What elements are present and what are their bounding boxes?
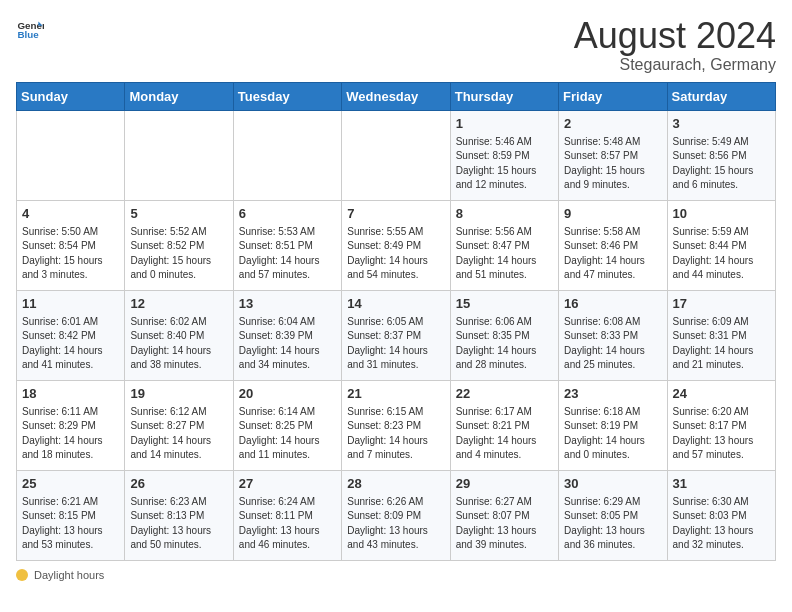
- calendar-cell: 25Sunrise: 6:21 AM Sunset: 8:15 PM Dayli…: [17, 470, 125, 560]
- calendar-cell: 3Sunrise: 5:49 AM Sunset: 8:56 PM Daylig…: [667, 110, 775, 200]
- calendar-cell: 13Sunrise: 6:04 AM Sunset: 8:39 PM Dayli…: [233, 290, 341, 380]
- day-info: Sunrise: 6:29 AM Sunset: 8:05 PM Dayligh…: [564, 495, 661, 553]
- day-number: 28: [347, 475, 444, 493]
- calendar-cell: 15Sunrise: 6:06 AM Sunset: 8:35 PM Dayli…: [450, 290, 558, 380]
- calendar-cell: [233, 110, 341, 200]
- location-subtitle: Stegaurach, Germany: [574, 56, 776, 74]
- day-number: 21: [347, 385, 444, 403]
- calendar-cell: 31Sunrise: 6:30 AM Sunset: 8:03 PM Dayli…: [667, 470, 775, 560]
- logo: General Blue: [16, 16, 44, 44]
- day-number: 20: [239, 385, 336, 403]
- calendar-cell: 10Sunrise: 5:59 AM Sunset: 8:44 PM Dayli…: [667, 200, 775, 290]
- day-number: 29: [456, 475, 553, 493]
- day-info: Sunrise: 5:58 AM Sunset: 8:46 PM Dayligh…: [564, 225, 661, 283]
- calendar-cell: [125, 110, 233, 200]
- day-number: 19: [130, 385, 227, 403]
- day-number: 3: [673, 115, 770, 133]
- day-number: 15: [456, 295, 553, 313]
- day-number: 8: [456, 205, 553, 223]
- day-number: 27: [239, 475, 336, 493]
- calendar-cell: 11Sunrise: 6:01 AM Sunset: 8:42 PM Dayli…: [17, 290, 125, 380]
- calendar-cell: 26Sunrise: 6:23 AM Sunset: 8:13 PM Dayli…: [125, 470, 233, 560]
- calendar-cell: 21Sunrise: 6:15 AM Sunset: 8:23 PM Dayli…: [342, 380, 450, 470]
- calendar-cell: 8Sunrise: 5:56 AM Sunset: 8:47 PM Daylig…: [450, 200, 558, 290]
- weekday-header-thursday: Thursday: [450, 82, 558, 110]
- day-info: Sunrise: 5:55 AM Sunset: 8:49 PM Dayligh…: [347, 225, 444, 283]
- day-info: Sunrise: 6:06 AM Sunset: 8:35 PM Dayligh…: [456, 315, 553, 373]
- day-number: 30: [564, 475, 661, 493]
- day-info: Sunrise: 6:20 AM Sunset: 8:17 PM Dayligh…: [673, 405, 770, 463]
- day-number: 22: [456, 385, 553, 403]
- weekday-header-sunday: Sunday: [17, 82, 125, 110]
- day-info: Sunrise: 6:12 AM Sunset: 8:27 PM Dayligh…: [130, 405, 227, 463]
- day-info: Sunrise: 6:01 AM Sunset: 8:42 PM Dayligh…: [22, 315, 119, 373]
- calendar-cell: 4Sunrise: 5:50 AM Sunset: 8:54 PM Daylig…: [17, 200, 125, 290]
- day-number: 10: [673, 205, 770, 223]
- day-info: Sunrise: 5:52 AM Sunset: 8:52 PM Dayligh…: [130, 225, 227, 283]
- day-info: Sunrise: 6:14 AM Sunset: 8:25 PM Dayligh…: [239, 405, 336, 463]
- calendar-cell: 17Sunrise: 6:09 AM Sunset: 8:31 PM Dayli…: [667, 290, 775, 380]
- day-info: Sunrise: 6:11 AM Sunset: 8:29 PM Dayligh…: [22, 405, 119, 463]
- day-info: Sunrise: 5:59 AM Sunset: 8:44 PM Dayligh…: [673, 225, 770, 283]
- day-info: Sunrise: 6:08 AM Sunset: 8:33 PM Dayligh…: [564, 315, 661, 373]
- day-info: Sunrise: 6:09 AM Sunset: 8:31 PM Dayligh…: [673, 315, 770, 373]
- calendar-cell: 5Sunrise: 5:52 AM Sunset: 8:52 PM Daylig…: [125, 200, 233, 290]
- day-number: 6: [239, 205, 336, 223]
- calendar-week-row: 1Sunrise: 5:46 AM Sunset: 8:59 PM Daylig…: [17, 110, 776, 200]
- day-info: Sunrise: 5:56 AM Sunset: 8:47 PM Dayligh…: [456, 225, 553, 283]
- day-number: 4: [22, 205, 119, 223]
- calendar-week-row: 4Sunrise: 5:50 AM Sunset: 8:54 PM Daylig…: [17, 200, 776, 290]
- daylight-label: Daylight hours: [34, 569, 104, 581]
- day-info: Sunrise: 6:15 AM Sunset: 8:23 PM Dayligh…: [347, 405, 444, 463]
- calendar-cell: 18Sunrise: 6:11 AM Sunset: 8:29 PM Dayli…: [17, 380, 125, 470]
- calendar-cell: 22Sunrise: 6:17 AM Sunset: 8:21 PM Dayli…: [450, 380, 558, 470]
- calendar-cell: 6Sunrise: 5:53 AM Sunset: 8:51 PM Daylig…: [233, 200, 341, 290]
- day-number: 1: [456, 115, 553, 133]
- day-info: Sunrise: 6:26 AM Sunset: 8:09 PM Dayligh…: [347, 495, 444, 553]
- weekday-header-wednesday: Wednesday: [342, 82, 450, 110]
- day-info: Sunrise: 6:04 AM Sunset: 8:39 PM Dayligh…: [239, 315, 336, 373]
- day-info: Sunrise: 6:02 AM Sunset: 8:40 PM Dayligh…: [130, 315, 227, 373]
- day-number: 16: [564, 295, 661, 313]
- day-info: Sunrise: 5:48 AM Sunset: 8:57 PM Dayligh…: [564, 135, 661, 193]
- month-year-title: August 2024: [574, 16, 776, 56]
- calendar-cell: 12Sunrise: 6:02 AM Sunset: 8:40 PM Dayli…: [125, 290, 233, 380]
- calendar-cell: 27Sunrise: 6:24 AM Sunset: 8:11 PM Dayli…: [233, 470, 341, 560]
- day-number: 31: [673, 475, 770, 493]
- day-number: 9: [564, 205, 661, 223]
- day-info: Sunrise: 6:30 AM Sunset: 8:03 PM Dayligh…: [673, 495, 770, 553]
- day-number: 5: [130, 205, 227, 223]
- daylight-icon: [16, 569, 28, 581]
- day-info: Sunrise: 6:21 AM Sunset: 8:15 PM Dayligh…: [22, 495, 119, 553]
- day-number: 26: [130, 475, 227, 493]
- calendar-cell: 29Sunrise: 6:27 AM Sunset: 8:07 PM Dayli…: [450, 470, 558, 560]
- day-number: 24: [673, 385, 770, 403]
- logo-icon: General Blue: [16, 16, 44, 44]
- day-number: 11: [22, 295, 119, 313]
- page-header: General Blue August 2024 Stegaurach, Ger…: [16, 16, 776, 74]
- day-info: Sunrise: 6:17 AM Sunset: 8:21 PM Dayligh…: [456, 405, 553, 463]
- calendar-cell: [17, 110, 125, 200]
- svg-text:Blue: Blue: [17, 29, 39, 40]
- day-info: Sunrise: 6:27 AM Sunset: 8:07 PM Dayligh…: [456, 495, 553, 553]
- calendar-cell: 7Sunrise: 5:55 AM Sunset: 8:49 PM Daylig…: [342, 200, 450, 290]
- weekday-header-saturday: Saturday: [667, 82, 775, 110]
- day-number: 23: [564, 385, 661, 403]
- calendar-cell: 19Sunrise: 6:12 AM Sunset: 8:27 PM Dayli…: [125, 380, 233, 470]
- day-number: 25: [22, 475, 119, 493]
- calendar-body: 1Sunrise: 5:46 AM Sunset: 8:59 PM Daylig…: [17, 110, 776, 560]
- day-number: 7: [347, 205, 444, 223]
- calendar-week-row: 25Sunrise: 6:21 AM Sunset: 8:15 PM Dayli…: [17, 470, 776, 560]
- calendar-cell: 20Sunrise: 6:14 AM Sunset: 8:25 PM Dayli…: [233, 380, 341, 470]
- calendar-cell: 28Sunrise: 6:26 AM Sunset: 8:09 PM Dayli…: [342, 470, 450, 560]
- day-info: Sunrise: 5:50 AM Sunset: 8:54 PM Dayligh…: [22, 225, 119, 283]
- calendar-header: SundayMondayTuesdayWednesdayThursdayFrid…: [17, 82, 776, 110]
- day-number: 2: [564, 115, 661, 133]
- day-number: 13: [239, 295, 336, 313]
- calendar-cell: 16Sunrise: 6:08 AM Sunset: 8:33 PM Dayli…: [559, 290, 667, 380]
- calendar-cell: 1Sunrise: 5:46 AM Sunset: 8:59 PM Daylig…: [450, 110, 558, 200]
- weekday-header-monday: Monday: [125, 82, 233, 110]
- day-info: Sunrise: 5:49 AM Sunset: 8:56 PM Dayligh…: [673, 135, 770, 193]
- calendar-footer: Daylight hours: [16, 569, 776, 581]
- day-info: Sunrise: 6:23 AM Sunset: 8:13 PM Dayligh…: [130, 495, 227, 553]
